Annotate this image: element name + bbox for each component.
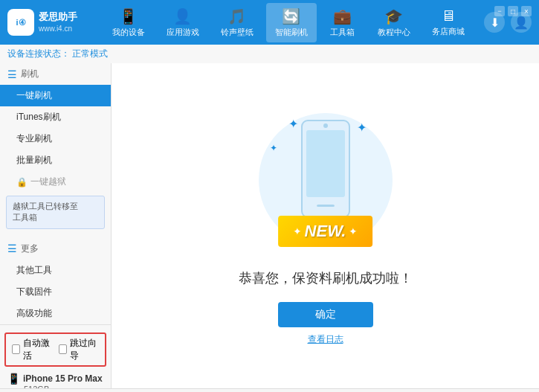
download-firmware-label: 下载固件	[16, 286, 52, 297]
sidebar-item-batch-flash[interactable]: 批量刷机	[0, 150, 111, 171]
nav-tutorial[interactable]: 🎓 教程中心	[369, 3, 419, 42]
lock-icon: 🔒	[16, 177, 28, 187]
one-click-flash-label: 一键刷机	[16, 90, 52, 100]
sidebar-item-download-firmware[interactable]: 下载固件	[0, 281, 111, 303]
status-label: 设备连接状态：	[7, 48, 70, 59]
svg-rect-2	[317, 205, 335, 207]
sidebar-item-pro-flash[interactable]: 专业刷机	[0, 128, 111, 150]
confirm-button[interactable]: 确定	[278, 302, 373, 327]
brand-url: www.i4.cn	[39, 24, 77, 33]
minimize-button[interactable]: －	[494, 6, 505, 16]
toolbox-label: 工具箱	[330, 27, 355, 38]
footer: V7.98.66 客服 微信公众号 检查更新	[0, 388, 539, 392]
itunes-flash-label: iTunes刷机	[16, 112, 61, 122]
smart-flash-label: 智能刷机	[275, 27, 308, 38]
pro-flash-label: 专业刷机	[16, 133, 52, 144]
flash-group-label: 刷机	[21, 68, 39, 80]
header: i④ 爱思助手 www.i4.cn 📱 我的设备 👤 应用游戏 🎵 铃声壁纸 🔄	[0, 0, 539, 45]
svg-point-3	[323, 123, 328, 128]
skip-guide-checkbox[interactable]	[59, 344, 67, 354]
device-name: iPhone 15 Pro Max	[23, 373, 103, 384]
main-area: ☰ 刷机 一键刷机 iTunes刷机 专业刷机 批量刷机 🔒 一键越狱	[0, 63, 539, 388]
success-illustration: ✦ ✦ ✦ ✦ NEW. ✦	[244, 106, 407, 254]
ringtone-icon: 🎵	[227, 7, 246, 25]
sidebar: ☰ 刷机 一键刷机 iTunes刷机 专业刷机 批量刷机 🔒 一键越狱	[0, 63, 112, 388]
ringtone-label: 铃声壁纸	[221, 27, 254, 38]
other-tools-label: 其他工具	[16, 265, 52, 275]
my-device-icon: 📱	[119, 7, 138, 25]
bottom-sidebar: 自动激活 跳过向导 📱 iPhone 15 Pro Max 512GB iPho…	[0, 324, 111, 388]
more-group-icon: ☰	[7, 242, 17, 254]
tutorial-icon: 🎓	[384, 7, 403, 25]
nav-service[interactable]: 🖥 务店商城	[423, 3, 474, 42]
apps-label: 应用游戏	[167, 27, 199, 38]
apps-icon: 👤	[173, 7, 192, 25]
auto-controls-row: 自动激活 跳过向导	[4, 332, 106, 367]
success-message: 恭喜您，保资料刷机成功啦！	[239, 269, 413, 287]
brand-name: 爱思助手	[39, 11, 77, 24]
auto-activate-checkbox[interactable]	[12, 344, 20, 354]
toolbox-icon: 💼	[333, 7, 352, 25]
flash-group-icon: ☰	[7, 68, 17, 80]
logo-brand: 爱思助手 www.i4.cn	[39, 11, 77, 33]
device-name-row: 📱 iPhone 15 Pro Max	[7, 373, 103, 385]
more-section: ☰ 更多 其他工具 下载固件 高级功能	[0, 238, 111, 324]
sidebar-item-one-click-flash[interactable]: 一键刷机	[0, 85, 111, 106]
phone-svg	[296, 117, 355, 221]
sidebar-item-jailbreak: 🔒 一键越狱	[0, 171, 111, 193]
smart-flash-icon: 🔄	[282, 7, 300, 25]
nav-ringtone[interactable]: 🎵 铃声壁纸	[212, 3, 262, 42]
new-star-right: ✦	[349, 225, 358, 237]
maximize-button[interactable]: □	[508, 6, 518, 16]
new-text: NEW.	[305, 222, 346, 241]
new-banner: ✦ NEW. ✦	[278, 216, 373, 247]
logo-icon: i④	[7, 9, 34, 36]
setting-status-bar: 设备连接状态： 正常模式	[0, 45, 539, 63]
content-area: ✦ ✦ ✦ ✦ NEW. ✦	[112, 63, 539, 388]
status-value: 正常模式	[72, 48, 108, 59]
log-link[interactable]: 查看日志	[308, 333, 343, 346]
service-label: 务店商城	[432, 26, 465, 37]
sidebar-item-advanced[interactable]: 高级功能	[0, 303, 111, 324]
nav-smart-flash[interactable]: 🔄 智能刷机	[266, 3, 317, 42]
device-storage: 512GB	[7, 385, 103, 388]
window-controls: － □ ×	[494, 6, 532, 16]
more-group-label: 更多	[21, 242, 39, 255]
jailbreak-label: 一键越狱	[30, 176, 66, 188]
sidebar-item-other-tools[interactable]: 其他工具	[0, 260, 111, 281]
device-phone-icon: 📱	[7, 373, 20, 385]
jailbreak-notice: 越狱工具已转移至工具箱	[6, 196, 105, 229]
auto-activate-label: 自动激活	[23, 337, 52, 362]
new-star-left: ✦	[293, 225, 302, 237]
logo: i④ 爱思助手 www.i4.cn	[7, 9, 77, 36]
sidebar-item-itunes-flash[interactable]: iTunes刷机	[0, 106, 111, 128]
tutorial-label: 教程中心	[378, 27, 410, 38]
more-section-header: ☰ 更多	[0, 238, 111, 260]
flash-section: ☰ 刷机 一键刷机 iTunes刷机 专业刷机 批量刷机 🔒 一键越狱	[0, 63, 111, 232]
close-button[interactable]: ×	[521, 6, 532, 16]
nav-toolbox[interactable]: 💼 工具箱	[320, 3, 365, 42]
nav-my-device[interactable]: 📱 我的设备	[103, 3, 154, 42]
sparkle-2: ✦	[357, 121, 367, 135]
service-icon: 🖥	[441, 7, 456, 25]
logo-text: i④	[16, 18, 25, 28]
nav-bar: 📱 我的设备 👤 应用游戏 🎵 铃声壁纸 🔄 智能刷机 💼 工具箱 🎓	[92, 3, 484, 42]
svg-rect-1	[306, 130, 345, 197]
sparkle-3: ✦	[270, 143, 277, 153]
nav-apps[interactable]: 👤 应用游戏	[158, 3, 208, 42]
device-info: 📱 iPhone 15 Pro Max 512GB iPhone	[0, 370, 111, 388]
batch-flash-label: 批量刷机	[16, 155, 52, 165]
skip-guide-label: 跳过向导	[70, 337, 99, 362]
my-device-label: 我的设备	[112, 27, 145, 38]
flash-section-header: ☰ 刷机	[0, 63, 111, 85]
advanced-label: 高级功能	[16, 308, 52, 318]
